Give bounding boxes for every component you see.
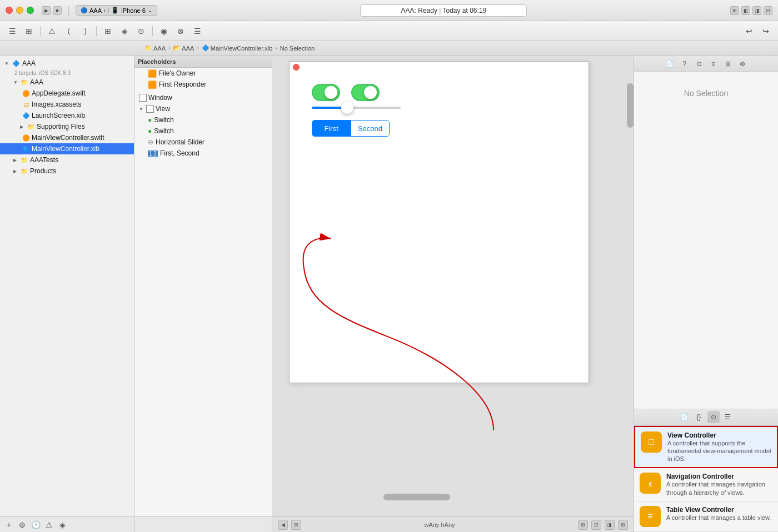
canvas-nav-left[interactable]: ◀ (278, 520, 288, 530)
inspector-tab-attrs[interactable]: ≡ (707, 58, 720, 70)
toolbar-sep-1 (40, 26, 41, 36)
breadcrumb-item-1[interactable]: 📁 AAA (144, 44, 166, 52)
obj-lib-tab-objects[interactable]: ⊙ (707, 411, 720, 423)
sidebar-item-aaatests[interactable]: ▶ 📁 AAATests (0, 154, 134, 165)
inspector-tab-quick[interactable]: ? (679, 58, 691, 70)
sidebar: ▼ 🔷 AAA 2 targets, iOS SDK 8.3 ▼ 📁 AAA 🟠… (0, 56, 134, 532)
navcontroller-desc: A controller that manages navigation thr… (666, 480, 772, 496)
canvas-grid-btn[interactable]: ⊞ (618, 520, 628, 530)
scheme-icon: 🔵 (81, 7, 87, 13)
canvas-fit-btn[interactable]: ⊞ (578, 520, 588, 530)
back-btn[interactable]: ⟨ (61, 24, 76, 38)
ib-item-filesowner[interactable]: 🟧 File's Owner (134, 68, 272, 79)
sidebar-filter-btn[interactable]: ⊕ (17, 520, 28, 530)
sidebar-item-aaa[interactable]: ▼ 📁 AAA (0, 77, 134, 88)
organizer-btn[interactable]: ↩ (741, 24, 757, 38)
seg-second-btn[interactable]: Second (351, 121, 389, 136)
stop-button[interactable]: ■ (53, 6, 62, 15)
canvas-close-btn[interactable] (293, 64, 300, 71)
obj-lib-item-navcontroller[interactable]: ‹ Navigation Controller A controller tha… (634, 468, 778, 501)
environment-btn[interactable]: ⊗ (173, 24, 188, 38)
maximize-button[interactable] (27, 7, 34, 14)
ib-item-firstresponder[interactable]: 🟧 First Responder (134, 79, 272, 90)
sidebar-test-btn[interactable]: ◈ (57, 520, 68, 530)
scheme-selector[interactable]: 🔵 AAA › | 📱 iPhone 6 ⌄ (76, 5, 157, 16)
title-bar-center: AAA: Ready | Today at 06:19 (162, 4, 726, 17)
viewcontroller-title: View Controller (667, 431, 771, 439)
sidebar-item-root[interactable]: ▼ 🔷 AAA (0, 58, 134, 69)
aaatests-disclosure: ▶ (13, 158, 19, 163)
inspector-tab-size[interactable]: ⊞ (722, 58, 734, 70)
ib-item-segmented[interactable]: 1 2 First, Second (134, 148, 272, 159)
ib-item-switch2[interactable]: ● Switch (134, 126, 272, 137)
breadcrumb-item-3[interactable]: 🔷 MainViewController.xib (202, 44, 273, 52)
obj-lib-tab-file[interactable]: 📄 (679, 411, 691, 423)
breadcrumb-item-2[interactable]: 📂 AAA (173, 44, 194, 52)
panel-bottom-btn[interactable]: ⊟ (764, 6, 772, 15)
run-button[interactable]: ▶ (42, 6, 51, 15)
obj-lib-item-viewcontroller[interactable]: □ View Controller A controller that supp… (634, 426, 778, 469)
layout-btn[interactable]: ⊞ (100, 24, 116, 38)
inspector-content: No Selection (634, 72, 778, 409)
close-button[interactable] (6, 7, 13, 14)
canvas-scrollbar-vertical[interactable] (626, 56, 634, 501)
panel-left-btn[interactable]: ◧ (741, 6, 750, 15)
ib-item-view[interactable]: ▼ View (134, 103, 272, 114)
ib-item-slider[interactable]: ⊖ Horizontal Slider (134, 137, 272, 148)
obj-lib-item-tablecontroller[interactable]: ≡ Table View Controller A controller tha… (634, 501, 778, 532)
sidebar-toggle-btn[interactable]: ☰ (4, 24, 20, 38)
tablecontroller-text: Table View Controller A controller that … (666, 506, 772, 521)
canvas-content[interactable]: First Second (272, 56, 634, 516)
ib-item-switch1[interactable]: ● Switch (134, 114, 272, 126)
ib-item-window[interactable]: Window (134, 92, 272, 103)
inspector-tab-id[interactable]: ⊙ (693, 58, 705, 70)
segmented-control[interactable]: First Second (312, 120, 390, 137)
sidebar-add-btn[interactable]: + (3, 520, 14, 530)
inspector-panel: 📄 ? ⊙ ≡ ⊞ ⊕ No Selection 📄 {} ⊙ ☰ □ (634, 56, 778, 532)
inspector-tab-connections[interactable]: ⊕ (736, 58, 749, 70)
products-folder-icon: 📁 (21, 167, 28, 175)
navigator-btn[interactable]: ⊞ (21, 24, 37, 38)
warning-btn[interactable]: ⚠ (44, 24, 59, 38)
canvas-scroll-thumb-h[interactable] (383, 494, 450, 500)
sidebar-item-supporting[interactable]: ▶ 📁 Supporting Files (0, 121, 134, 132)
version-btn[interactable]: ⊙ (133, 24, 149, 38)
seg-first-btn[interactable]: First (312, 121, 350, 136)
canvas-layout-btn[interactable]: ◨ (605, 520, 615, 530)
forward-btn[interactable]: ⟩ (77, 24, 93, 38)
switch-2[interactable] (351, 84, 380, 101)
sidebar-item-xcassets[interactable]: 🗂 Images.xcassets (0, 99, 134, 110)
obj-lib-tab-code[interactable]: {} (693, 411, 705, 423)
xib-icon: 🔷 (202, 44, 210, 52)
switch-1[interactable] (312, 84, 340, 101)
sidebar-item-products[interactable]: ▶ 📁 Products (0, 165, 134, 177)
canvas-scroll-thumb-v[interactable] (627, 83, 634, 128)
sidebar-item-mainvc-swift[interactable]: 🟠 MainViewController.swift (0, 132, 134, 143)
obj-lib-tab-media[interactable]: ☰ (722, 411, 734, 423)
slider-thumb[interactable] (341, 102, 353, 114)
sidebar-item-mainvc-xib[interactable]: 🔷 MainViewController.xib (0, 143, 134, 154)
canvas-footer-right: ⊞ ⊡ ◨ ⊞ (578, 520, 628, 530)
sidebar-item-launchscreen[interactable]: 🔷 LaunchScreen.xib (0, 110, 134, 121)
devices-btn[interactable]: ↪ (758, 24, 774, 38)
breadcrumb-item-4[interactable]: No Selection (280, 45, 315, 52)
panel-right-btn[interactable]: ◨ (752, 6, 761, 15)
canvas-expand-btn[interactable]: ⊞ (291, 520, 301, 530)
toolbar-sep-3 (152, 26, 153, 36)
assistant-btn[interactable]: ◈ (117, 24, 132, 38)
panel-toggle-btn[interactable]: ⊞ (730, 6, 739, 15)
canvas-zoom-btn[interactable]: ⊡ (591, 520, 601, 530)
simulate-btn[interactable]: ☰ (189, 24, 205, 38)
canvas-scrollbar-horizontal[interactable] (272, 493, 626, 501)
sidebar-item-appdelegate[interactable]: 🟠 AppDelegate.swift (0, 88, 134, 99)
minimize-button[interactable] (16, 7, 23, 14)
inspector-tab-file[interactable]: 📄 (664, 58, 676, 70)
sidebar-warning-btn[interactable]: ⚠ (43, 520, 54, 530)
root-icon: 🔷 (12, 59, 20, 67)
ib-panel: Placeholders 🟧 File's Owner 🟧 First Resp… (134, 56, 272, 532)
breakpoint-btn[interactable]: ◉ (156, 24, 172, 38)
sidebar-clock-btn[interactable]: 🕐 (30, 520, 41, 530)
horizontal-slider[interactable] (312, 107, 401, 109)
appdelegate-label: AppDelegate.swift (32, 89, 86, 97)
view-label: View (156, 105, 170, 113)
